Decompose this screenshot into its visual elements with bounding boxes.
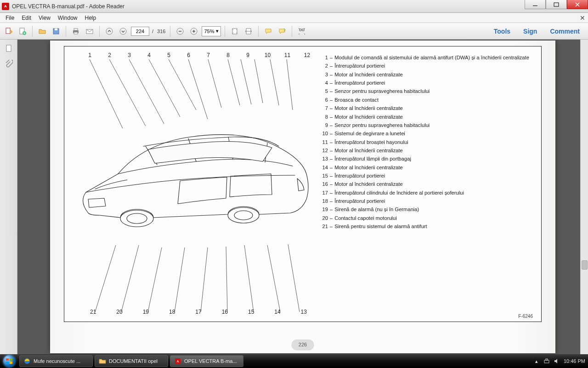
zoom-in-button[interactable] [188,25,200,37]
fill-sign-button[interactable] [276,25,288,37]
maximize-button[interactable] [546,0,567,9]
taskbar-item-label: OPEL VECTRA B-ma... [184,358,237,364]
fit-page-button[interactable] [229,25,241,37]
toolbar-separator [225,26,225,37]
figure-code: F-6246 [518,314,533,319]
close-button[interactable] [567,0,588,9]
callout-number: 5 [159,52,179,58]
svg-line-23 [208,59,221,108]
menu-help[interactable]: Help [81,14,100,22]
zoom-out-button[interactable] [174,25,186,37]
svg-line-22 [188,59,208,119]
taskbar-item[interactable]: Mufe necunoscute ... [19,355,93,367]
legend-item: 13–Întrerupătorul lămpii din portbagaj [320,155,532,163]
page-number-badge: 226 [292,339,314,350]
callout-number: 14 [264,309,290,315]
network-icon[interactable] [543,358,550,364]
email-button[interactable] [84,25,96,37]
legend-text: Motor al închiderii centralizate [334,180,532,188]
legend-number: 7 [320,104,330,112]
comment-tool-button[interactable] [262,25,274,37]
menu-file[interactable]: File [2,14,18,22]
legend-item: 11–Întrerupătorul broaștei hayonului [320,138,532,146]
menu-window[interactable]: Window [54,14,81,22]
legend-item: 20–Contactul capotei motorului [320,214,532,222]
fit-width-button[interactable] [243,25,254,37]
page-down-button[interactable] [117,25,129,37]
legend-text: Întrerupătorul portierei [334,62,532,70]
callouts-top: 123456789101112 [80,52,317,58]
callout-number: 6 [179,52,198,58]
legend-item: 16–Motor al închiderii centralizate [320,180,532,188]
thumbnails-button[interactable] [4,43,14,53]
svg-line-37 [201,247,208,312]
svg-line-28 [287,59,293,110]
taskbar-item-label: Mufe necunoscute ... [34,358,80,364]
legend-item: 2–Întrerupătorul portierei [320,62,532,70]
tray-expand-icon[interactable]: ▴ [533,358,540,364]
tools-panel-button[interactable]: Tools [488,26,516,37]
document-viewport[interactable]: 123456789101112 [17,40,588,354]
attachments-button[interactable] [4,59,14,69]
legend-text: Modulul de comandă al sistemului de alar… [334,54,532,62]
callout-number: 21 [80,309,106,315]
legend-item: 18–Întrerupătorul portierei [320,197,532,205]
vertical-scrollbar[interactable] [580,40,588,354]
read-mode-button[interactable] [296,25,308,37]
toolbar-separator [170,26,170,37]
legend-number: 17 [320,189,330,197]
comment-panel-button[interactable]: Comment [544,26,585,37]
legend-item: 6–Broasca de contact [320,96,532,104]
create-pdf-button[interactable] [17,25,28,37]
svg-rect-46 [546,359,548,360]
legend-number: 20 [320,214,330,222]
callout-number: 9 [238,52,258,58]
zoom-level-select[interactable]: 75%▾ [202,26,221,36]
legend-number: 11 [320,138,330,146]
menu-view[interactable]: View [35,14,54,22]
legend-text: Motor al închiderii centralizate [334,104,532,112]
legend-item: 1–Modulul de comandă al sistemului de al… [320,54,532,62]
taskbar-item[interactable]: DOCUMENTATII opel [95,355,168,367]
export-pdf-button[interactable] [3,25,15,37]
taskbar-item[interactable]: AOPEL VECTRA B-ma... [170,355,243,367]
callout-number: 19 [133,309,159,315]
save-button[interactable] [50,25,62,37]
sign-panel-button[interactable]: Sign [518,26,543,37]
legend-number: 2 [320,62,330,70]
menu-edit[interactable]: Edit [18,14,35,22]
legend-item: 10–Sistemul de degivrare a lunetei [320,130,532,138]
toolbar-separator [292,26,292,37]
page-up-button[interactable] [103,25,115,37]
svg-line-35 [148,247,162,312]
volume-icon[interactable] [554,358,560,364]
callout-number: 7 [198,52,218,58]
close-document-button[interactable]: ✕ [580,14,585,22]
legend-number: 4 [320,79,330,87]
svg-line-26 [254,59,263,103]
legend-number: 3 [320,71,330,79]
minimize-button[interactable] [525,0,546,9]
legend-text: Întrerupătorul portierei [334,197,532,205]
print-button[interactable] [70,25,82,37]
legend-text: Broasca de contact [334,96,532,104]
legend-number: 18 [320,197,330,205]
ie-icon [23,357,31,365]
clock[interactable]: 10:46 PM [564,358,585,364]
legend-number: 9 [320,121,330,129]
callout-number: 13 [291,309,317,315]
chevron-down-icon: ▾ [216,28,219,34]
page-separator: / [152,29,153,34]
open-button[interactable] [36,25,48,37]
page-number-input[interactable] [131,27,149,36]
svg-line-27 [270,59,279,105]
car-illustration [74,121,313,250]
scrollbar-thumb[interactable] [582,260,588,270]
legend-number: 10 [320,130,330,138]
legend-item: 8–Motor al închiderii centralizate [320,113,532,121]
toolbar: / 316 75%▾ Tools Sign Comment [0,23,588,40]
start-button[interactable] [0,354,18,368]
legend-text: Senzor pentru supravegherea habitaclului [334,87,532,95]
callout-lines-top [70,59,318,128]
legend-number: 13 [320,155,330,163]
